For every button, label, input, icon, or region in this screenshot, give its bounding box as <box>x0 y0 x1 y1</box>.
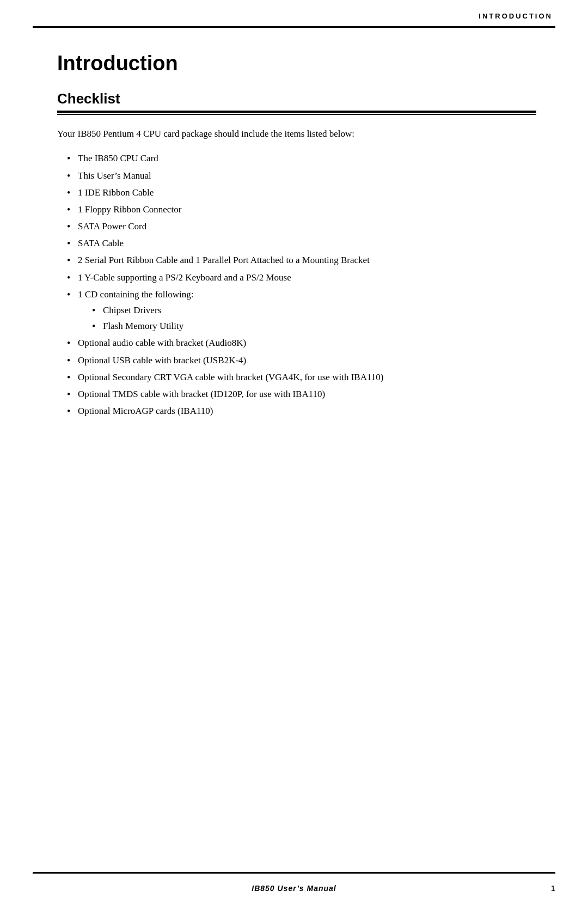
checklist: The IB850 CPU CardThis User’s Manual1 ID… <box>63 151 536 418</box>
list-item: Optional TMDS cable with bracket (ID120P… <box>63 387 536 401</box>
list-item: SATA Cable <box>63 236 536 251</box>
list-item: 1 CD containing the following:Chipset Dr… <box>63 287 536 334</box>
page-container: INTRODUCTION Introduction Checklist Your… <box>0 0 588 909</box>
footer-content: IB850 User’s Manual 1 <box>33 883 555 893</box>
intro-paragraph: Your IB850 Pentium 4 CPU card package sh… <box>57 127 536 141</box>
list-item: 1 IDE Ribbon Cable <box>63 185 536 200</box>
content-area: Introduction Checklist Your IB850 Pentiu… <box>57 41 536 855</box>
list-item: Optional MicroAGP cards (IBA110) <box>63 404 536 418</box>
list-item: Optional USB cable with bracket (USB2K-4… <box>63 353 536 368</box>
list-item: Optional audio cable with bracket (Audio… <box>63 335 536 350</box>
page-title: Introduction <box>57 52 536 75</box>
list-item: 2 Serial Port Ribbon Cable and 1 Paralle… <box>63 253 536 267</box>
list-item: Optional Secondary CRT VGA cable with br… <box>63 370 536 385</box>
list-item: This User’s Manual <box>63 168 536 183</box>
list-item: SATA Power Cord <box>63 219 536 234</box>
list-item: 1 Y-Cable supporting a PS/2 Keyboard and… <box>63 270 536 285</box>
section-heading: Checklist <box>57 90 536 107</box>
footer-manual-name: IB850 User’s Manual <box>76 884 512 893</box>
page-header: INTRODUCTION <box>479 12 553 20</box>
heading-rule-thick <box>57 111 536 113</box>
top-rule <box>33 26 555 28</box>
sub-list: Chipset DriversFlash Memory Utility <box>88 303 536 333</box>
list-item: 1 Floppy Ribbon Connector <box>63 202 536 217</box>
footer-rule <box>33 872 555 874</box>
list-item: The IB850 CPU Card <box>63 151 536 166</box>
sub-list-item: Chipset Drivers <box>88 303 536 318</box>
sub-list-item: Flash Memory Utility <box>88 319 536 333</box>
footer-page-number: 1 <box>512 883 555 893</box>
heading-rule-thin <box>57 114 536 115</box>
